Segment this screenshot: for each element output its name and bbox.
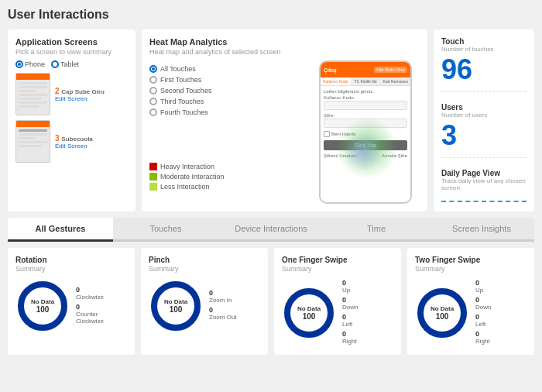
rotation-title: Rotation <box>15 256 127 264</box>
bottom-cards: Rotation Summary No Data 100 0 <box>8 248 534 355</box>
tfs-up: 0Up <box>475 279 491 294</box>
pinch-no-data: No Data <box>164 298 187 305</box>
phone-footer: Şifremi Unuttum Anında Şifre <box>324 153 407 158</box>
tab-touches[interactable]: Touches <box>113 218 218 242</box>
rotation-donut-label: No Data 100 <box>31 298 54 314</box>
tab-time[interactable]: Time <box>324 218 429 242</box>
pinch-zo-label: Zoom Out <box>209 314 237 321</box>
heatmap-title: Heat Map Analytics <box>149 37 420 46</box>
screen-thumb-2[interactable] <box>15 120 50 163</box>
touch-option-first[interactable]: First Touches <box>149 76 311 84</box>
phone-header: Çıkış Hbr Buhı Olur <box>321 62 410 77</box>
tablet-radio[interactable]: Tablet <box>51 60 79 68</box>
tablet-radio-label: Tablet <box>60 60 79 68</box>
two-finger-donut-area: No Data 100 0Up 0Down 0Left 0Right <box>415 279 527 347</box>
pinch-zoom-out: 0 Zoom Out <box>209 306 237 321</box>
edit-screen-btn-2[interactable]: Edit Screen <box>55 143 128 150</box>
one-finger-donut-label: No Data 100 <box>297 305 321 321</box>
phone-tab-3: Kart Numarası <box>380 77 410 86</box>
rotation-stats: 0 Clockwise 0 Counter Clockwise <box>76 286 127 327</box>
tab-device-interactions[interactable]: Device Interactions <box>218 218 324 242</box>
stats-panel: Touch Number of touches 96 Users Number … <box>434 29 534 211</box>
phone-checkbox-row: Beni Hatırla <box>324 131 407 137</box>
pinch-sub: Summary <box>149 265 260 273</box>
touch-option-fourth[interactable]: Fourth Touches <box>149 108 311 116</box>
one-finger-no-data: No Data <box>297 305 321 312</box>
heatmap-legend: Heavy Interaction Moderate Interaction L… <box>149 163 311 191</box>
radio-third-icon <box>149 98 157 105</box>
phone-mockup: Çıkış Hbr Buhı Olur Kullanıcı Kodu TC Ki… <box>319 60 412 204</box>
rotation-sub: Summary <box>15 265 127 273</box>
rotation-cw-val: 0 <box>76 286 80 294</box>
phone-input-2 <box>324 119 407 128</box>
one-finger-sub: Summary <box>282 265 393 273</box>
users-stat: Users Number of users 3 <box>441 103 527 158</box>
two-finger-center-num: 100 <box>431 312 454 321</box>
phone-input-1 <box>324 101 407 110</box>
phone-tab-1: Kullanıcı Kodu <box>321 77 351 86</box>
tab-all-gestures[interactable]: All Gestures <box>8 218 113 242</box>
touch-label: Touch <box>441 37 527 46</box>
heatmap-options: All Touches First Touches Second Touches <box>149 60 311 204</box>
phone-input-label-1: Kullanıcı Kodu: <box>324 95 407 100</box>
radio-second-icon <box>149 87 157 95</box>
rotation-no-data: No Data <box>31 298 54 305</box>
pinch-zo-val: 0 <box>209 306 213 314</box>
pinch-card: Pinch Summary No Data 100 0 Zoo <box>141 248 268 355</box>
touch-option-all[interactable]: All Touches <box>149 65 311 73</box>
thumb-line <box>19 101 47 104</box>
legend-less-color <box>149 183 157 191</box>
edit-screen-btn-1[interactable]: Edit Screen <box>55 95 128 102</box>
thumb-line <box>19 105 39 108</box>
thumb-line <box>19 94 47 96</box>
touch-stat: Touch Number of touches 96 <box>441 37 527 92</box>
touch-all-label: All Touches <box>160 65 196 73</box>
phone-preview: Çıkış Hbr Buhı Olur Kullanıcı Kodu TC Ki… <box>319 60 420 204</box>
phone-header-btn: Hbr Buhı Olur <box>374 67 407 73</box>
thumb-lines-2 <box>16 127 50 151</box>
screen-item-2: 3 Subecuola Edit Screen <box>15 120 128 163</box>
radio-fourth-icon <box>149 108 157 116</box>
screen-info-2: 3 Subecuola Edit Screen <box>55 134 128 150</box>
screen-name-1: Cap Sube Giru <box>61 88 105 95</box>
app-screens-title: Application Screens <box>15 37 128 46</box>
phone-radio[interactable]: Phone <box>15 60 45 68</box>
pinch-zi-val: 0 <box>209 289 213 297</box>
screen-num-1: 2 Cap Sube Giru <box>55 87 128 95</box>
users-sub: Number of users <box>441 112 527 119</box>
heatmap-subtitle: Heat map and analytics of selected scree… <box>149 48 420 56</box>
legend-heavy-label: Heavy Interaction <box>160 163 214 170</box>
pinch-zi-label: Zoom In <box>209 297 232 304</box>
legend-heavy: Heavy Interaction <box>149 163 311 170</box>
rotation-donut: No Data 100 <box>15 279 70 333</box>
ofs-left: 0Left <box>342 313 358 328</box>
bottom-tabs: All Gestures Touches Device Interactions… <box>8 218 534 242</box>
rotation-card: Rotation Summary No Data 100 0 <box>8 248 135 355</box>
phone-remember-label: Beni Hatırla <box>331 132 355 136</box>
tab-screen-insights[interactable]: Screen Insights <box>429 218 534 242</box>
heatmap-content: All Touches First Touches Second Touches <box>149 60 420 204</box>
phone-checkbox <box>324 131 330 137</box>
rotation-clockwise: 0 Clockwise <box>76 286 127 301</box>
one-finger-center-num: 100 <box>297 312 321 321</box>
screen-thumb-1[interactable] <box>15 73 50 115</box>
touch-option-second[interactable]: Second Touches <box>149 87 311 95</box>
touch-fourth-label: Fourth Touches <box>160 108 208 116</box>
thumb-bar-1 <box>16 74 50 80</box>
thumb-line <box>19 141 47 143</box>
phone-radio-dot <box>15 60 23 68</box>
dpv-line <box>441 201 527 202</box>
dpv-stat: Daily Page View Track daily view of any … <box>441 169 527 202</box>
thumb-line <box>19 129 47 132</box>
touch-option-third[interactable]: Third Touches <box>149 98 311 105</box>
tablet-radio-dot <box>51 60 59 68</box>
legend-moderate-color <box>149 173 157 181</box>
phone-header-text: Çıkış <box>324 67 337 73</box>
rotation-ccw-label: Counter Clockwise <box>76 311 104 325</box>
ofs-up: 0Up <box>342 279 358 294</box>
touch-options: All Touches First Touches Second Touches <box>149 65 311 116</box>
ofs-right: 0Right <box>342 330 358 345</box>
pinch-title: Pinch <box>149 256 260 264</box>
thumb-line <box>19 90 36 92</box>
screen-name-2: Subecuola <box>61 136 92 143</box>
